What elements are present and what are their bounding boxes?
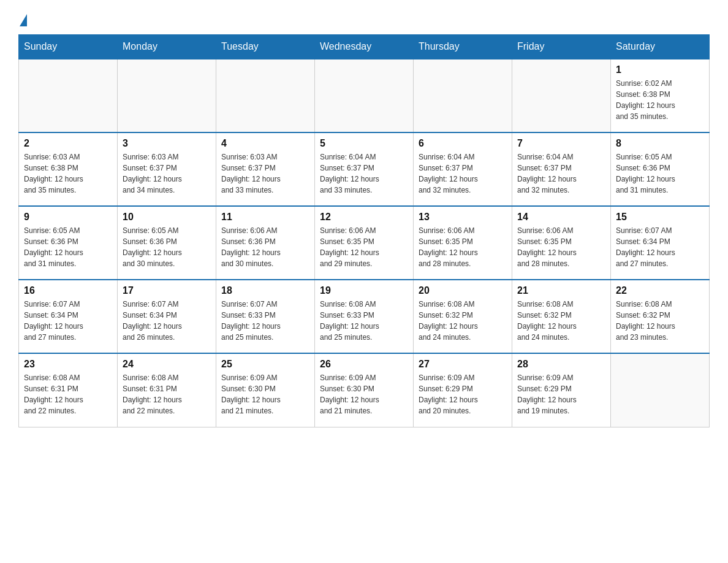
day-cell	[315, 59, 414, 132]
day-number: 6	[419, 138, 507, 149]
weekday-header-monday: Monday	[118, 35, 216, 59]
week-row-3: 9Sunrise: 6:05 AMSunset: 6:36 PMDaylight…	[19, 206, 710, 280]
day-cell: 2Sunrise: 6:03 AMSunset: 6:38 PMDaylight…	[19, 132, 118, 206]
day-cell: 1Sunrise: 6:02 AMSunset: 6:38 PMDaylight…	[611, 59, 710, 132]
day-cell	[216, 59, 315, 132]
day-number: 10	[123, 212, 211, 223]
day-info: Sunrise: 6:07 AMSunset: 6:33 PMDaylight:…	[221, 299, 309, 343]
week-row-4: 16Sunrise: 6:07 AMSunset: 6:34 PMDayligh…	[19, 280, 710, 353]
day-number: 27	[419, 359, 507, 370]
day-number: 25	[221, 359, 309, 370]
weekday-header-saturday: Saturday	[611, 35, 710, 59]
day-info: Sunrise: 6:06 AMSunset: 6:35 PMDaylight:…	[517, 225, 605, 269]
day-number: 5	[320, 138, 408, 149]
day-number: 21	[517, 285, 605, 296]
day-info: Sunrise: 6:03 AMSunset: 6:37 PMDaylight:…	[123, 151, 211, 196]
day-info: Sunrise: 6:08 AMSunset: 6:31 PMDaylight:…	[24, 372, 112, 416]
day-cell: 19Sunrise: 6:08 AMSunset: 6:33 PMDayligh…	[315, 280, 414, 353]
day-info: Sunrise: 6:09 AMSunset: 6:30 PMDaylight:…	[221, 372, 309, 416]
day-number: 2	[24, 138, 112, 149]
day-number: 9	[24, 212, 112, 223]
weekday-header-row: SundayMondayTuesdayWednesdayThursdayFrid…	[19, 35, 710, 59]
day-cell: 18Sunrise: 6:07 AMSunset: 6:33 PMDayligh…	[216, 280, 315, 353]
day-info: Sunrise: 6:04 AMSunset: 6:37 PMDaylight:…	[419, 151, 507, 196]
day-info: Sunrise: 6:09 AMSunset: 6:29 PMDaylight:…	[419, 372, 507, 416]
day-info: Sunrise: 6:05 AMSunset: 6:36 PMDaylight:…	[616, 151, 704, 196]
day-number: 17	[123, 285, 211, 296]
day-number: 4	[221, 138, 309, 149]
day-cell: 25Sunrise: 6:09 AMSunset: 6:30 PMDayligh…	[216, 353, 315, 427]
day-number: 1	[616, 64, 704, 75]
day-number: 12	[320, 212, 408, 223]
day-info: Sunrise: 6:05 AMSunset: 6:36 PMDaylight:…	[123, 225, 211, 269]
day-info: Sunrise: 6:09 AMSunset: 6:30 PMDaylight:…	[320, 372, 408, 416]
calendar-table: SundayMondayTuesdayWednesdayThursdayFrid…	[18, 34, 710, 427]
day-cell: 7Sunrise: 6:04 AMSunset: 6:37 PMDaylight…	[512, 132, 611, 206]
day-cell: 16Sunrise: 6:07 AMSunset: 6:34 PMDayligh…	[19, 280, 118, 353]
day-info: Sunrise: 6:03 AMSunset: 6:38 PMDaylight:…	[24, 151, 112, 196]
day-cell: 14Sunrise: 6:06 AMSunset: 6:35 PMDayligh…	[512, 206, 611, 280]
day-cell	[19, 59, 118, 132]
day-info: Sunrise: 6:07 AMSunset: 6:34 PMDaylight:…	[616, 225, 704, 269]
weekday-header-tuesday: Tuesday	[216, 35, 315, 59]
day-cell: 4Sunrise: 6:03 AMSunset: 6:37 PMDaylight…	[216, 132, 315, 206]
weekday-header-friday: Friday	[512, 35, 611, 59]
day-cell: 5Sunrise: 6:04 AMSunset: 6:37 PMDaylight…	[315, 132, 414, 206]
day-info: Sunrise: 6:05 AMSunset: 6:36 PMDaylight:…	[24, 225, 112, 269]
day-number: 15	[616, 212, 704, 223]
day-cell	[611, 353, 710, 427]
day-cell	[118, 59, 216, 132]
weekday-header-sunday: Sunday	[19, 35, 118, 59]
day-info: Sunrise: 6:04 AMSunset: 6:37 PMDaylight:…	[517, 151, 605, 196]
day-cell: 24Sunrise: 6:08 AMSunset: 6:31 PMDayligh…	[118, 353, 216, 427]
week-row-1: 1Sunrise: 6:02 AMSunset: 6:38 PMDaylight…	[19, 59, 710, 132]
day-cell: 26Sunrise: 6:09 AMSunset: 6:30 PMDayligh…	[315, 353, 414, 427]
weekday-header-thursday: Thursday	[414, 35, 512, 59]
day-cell: 8Sunrise: 6:05 AMSunset: 6:36 PMDaylight…	[611, 132, 710, 206]
day-info: Sunrise: 6:04 AMSunset: 6:37 PMDaylight:…	[320, 151, 408, 196]
day-info: Sunrise: 6:08 AMSunset: 6:31 PMDaylight:…	[123, 372, 211, 416]
day-info: Sunrise: 6:03 AMSunset: 6:37 PMDaylight:…	[221, 151, 309, 196]
day-cell	[414, 59, 512, 132]
day-cell: 23Sunrise: 6:08 AMSunset: 6:31 PMDayligh…	[19, 353, 118, 427]
day-number: 19	[320, 285, 408, 296]
day-number: 7	[517, 138, 605, 149]
day-cell: 3Sunrise: 6:03 AMSunset: 6:37 PMDaylight…	[118, 132, 216, 206]
day-cell: 21Sunrise: 6:08 AMSunset: 6:32 PMDayligh…	[512, 280, 611, 353]
day-number: 13	[419, 212, 507, 223]
day-cell: 22Sunrise: 6:08 AMSunset: 6:32 PMDayligh…	[611, 280, 710, 353]
day-number: 11	[221, 212, 309, 223]
day-cell: 27Sunrise: 6:09 AMSunset: 6:29 PMDayligh…	[414, 353, 512, 427]
day-info: Sunrise: 6:06 AMSunset: 6:35 PMDaylight:…	[320, 225, 408, 269]
day-number: 28	[517, 359, 605, 370]
day-cell: 6Sunrise: 6:04 AMSunset: 6:37 PMDaylight…	[414, 132, 512, 206]
day-cell: 20Sunrise: 6:08 AMSunset: 6:32 PMDayligh…	[414, 280, 512, 353]
day-cell: 17Sunrise: 6:07 AMSunset: 6:34 PMDayligh…	[118, 280, 216, 353]
day-number: 14	[517, 212, 605, 223]
day-number: 8	[616, 138, 704, 149]
day-cell: 11Sunrise: 6:06 AMSunset: 6:36 PMDayligh…	[216, 206, 315, 280]
day-number: 23	[24, 359, 112, 370]
day-number: 16	[24, 285, 112, 296]
day-info: Sunrise: 6:02 AMSunset: 6:38 PMDaylight:…	[616, 78, 704, 122]
day-cell: 9Sunrise: 6:05 AMSunset: 6:36 PMDaylight…	[19, 206, 118, 280]
day-info: Sunrise: 6:09 AMSunset: 6:29 PMDaylight:…	[517, 372, 605, 416]
day-info: Sunrise: 6:08 AMSunset: 6:32 PMDaylight:…	[517, 299, 605, 343]
logo	[18, 12, 28, 28]
day-cell: 12Sunrise: 6:06 AMSunset: 6:35 PMDayligh…	[315, 206, 414, 280]
weekday-header-wednesday: Wednesday	[315, 35, 414, 59]
day-number: 22	[616, 285, 704, 296]
day-cell	[512, 59, 611, 132]
week-row-5: 23Sunrise: 6:08 AMSunset: 6:31 PMDayligh…	[19, 353, 710, 427]
day-info: Sunrise: 6:07 AMSunset: 6:34 PMDaylight:…	[24, 299, 112, 343]
page-header	[18, 12, 710, 28]
day-info: Sunrise: 6:06 AMSunset: 6:35 PMDaylight:…	[419, 225, 507, 269]
logo-triangle-icon	[20, 14, 27, 26]
week-row-2: 2Sunrise: 6:03 AMSunset: 6:38 PMDaylight…	[19, 132, 710, 206]
day-info: Sunrise: 6:08 AMSunset: 6:32 PMDaylight:…	[616, 299, 704, 343]
day-number: 20	[419, 285, 507, 296]
day-cell: 10Sunrise: 6:05 AMSunset: 6:36 PMDayligh…	[118, 206, 216, 280]
day-cell: 13Sunrise: 6:06 AMSunset: 6:35 PMDayligh…	[414, 206, 512, 280]
day-number: 18	[221, 285, 309, 296]
day-cell: 15Sunrise: 6:07 AMSunset: 6:34 PMDayligh…	[611, 206, 710, 280]
